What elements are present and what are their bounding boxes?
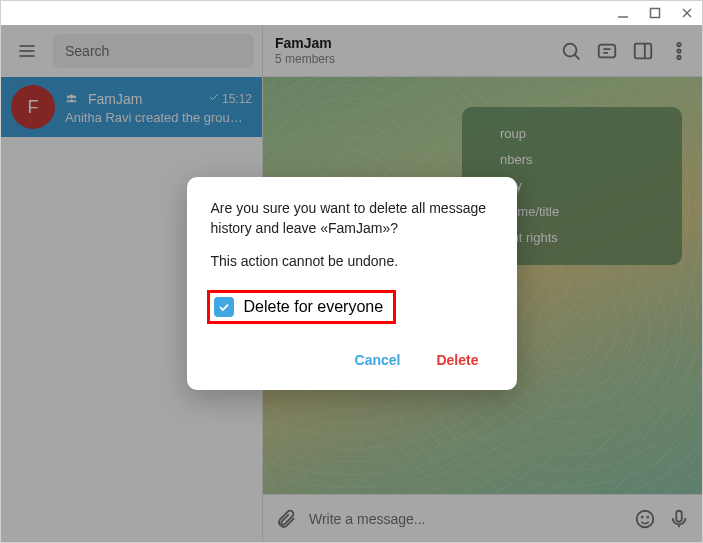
- window-minimize-button[interactable]: [616, 6, 630, 20]
- window-maximize-button[interactable]: [648, 6, 662, 20]
- dialog-message: Are you sure you want to delete all mess…: [211, 199, 493, 238]
- svg-rect-1: [651, 9, 660, 18]
- dialog-warning: This action cannot be undone.: [211, 252, 493, 272]
- window-titlebar: [1, 1, 702, 25]
- delete-for-everyone-checkbox[interactable]: [214, 297, 234, 317]
- window-close-button[interactable]: [680, 6, 694, 20]
- cancel-button[interactable]: Cancel: [341, 344, 415, 376]
- delete-dialog: Are you sure you want to delete all mess…: [187, 177, 517, 390]
- delete-for-everyone-row[interactable]: Delete for everyone: [207, 290, 397, 324]
- modal-overlay[interactable]: Are you sure you want to delete all mess…: [1, 25, 702, 542]
- checkbox-label: Delete for everyone: [244, 298, 384, 316]
- delete-button[interactable]: Delete: [422, 344, 492, 376]
